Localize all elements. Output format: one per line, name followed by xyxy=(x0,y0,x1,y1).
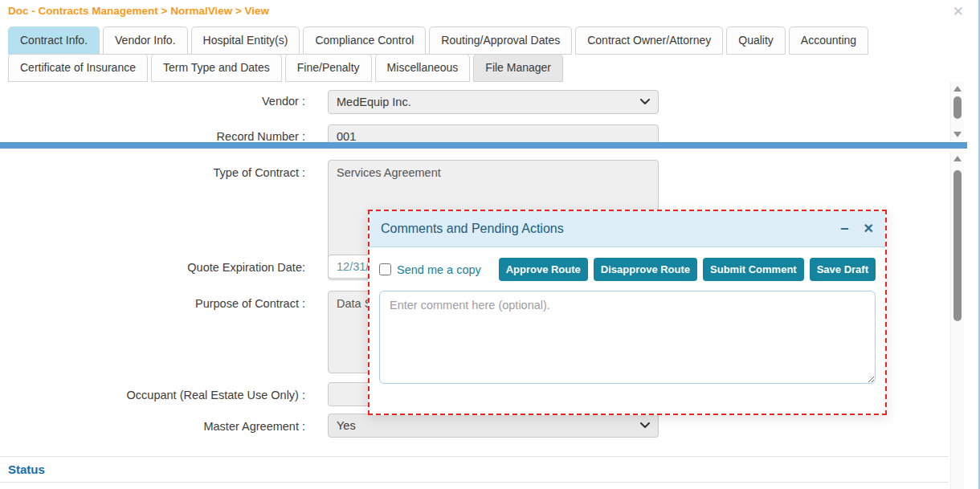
window-close-icon[interactable]: ✕ xyxy=(953,5,964,18)
send-me-a-copy-option: Send me a copy xyxy=(379,263,499,276)
send-me-a-copy-checkbox[interactable] xyxy=(379,263,391,275)
lower-scrollbar-thumb[interactable] xyxy=(953,170,962,321)
approve-route-button[interactable]: Approve Route xyxy=(499,258,588,281)
scroll-up-arrow-icon[interactable] xyxy=(953,156,962,161)
tab-term-type-and-dates[interactable]: Term Type and Dates xyxy=(151,54,282,82)
upper-scrollbar[interactable] xyxy=(950,82,964,141)
send-me-a-copy-label: Send me a copy xyxy=(397,263,481,276)
breadcrumb: Doc - Contracts Management > NormalView … xyxy=(8,5,269,17)
tab-hospital-entity[interactable]: Hospital Entity(s) xyxy=(191,26,300,55)
type-of-contract-label: Type of Contract : xyxy=(0,166,305,179)
scroll-down-arrow-icon[interactable] xyxy=(953,132,962,137)
tab-row-1: Contract Info. Vendor Info. Hospital Ent… xyxy=(8,26,868,55)
modal-title: Comments and Pending Actions xyxy=(381,222,826,236)
modal-button-group: Approve Route Disapprove Route Submit Co… xyxy=(499,258,876,281)
tab-quality[interactable]: Quality xyxy=(726,26,786,55)
lower-scrollbar[interactable] xyxy=(950,152,964,489)
quote-expiration-date-label: Quote Expiration Date: xyxy=(0,261,305,274)
tab-certificate-of-insurance[interactable]: Certificate of Insurance xyxy=(8,54,148,82)
modal-body: Send me a copy Approve Route Disapprove … xyxy=(370,247,885,394)
save-draft-button[interactable]: Save Draft xyxy=(810,258,876,281)
occupant-label: Occupant (Real Estate Use Only) : xyxy=(0,389,305,401)
modal-action-row: Send me a copy Approve Route Disapprove … xyxy=(379,258,876,281)
tab-row-2: Certificate of Insurance Term Type and D… xyxy=(8,54,563,82)
upper-form-panel: Vendor : MedEquip Inc. Record Number : xyxy=(0,80,950,142)
scroll-up-arrow-icon[interactable] xyxy=(953,86,962,92)
tab-compliance-control[interactable]: Compliance Control xyxy=(303,26,426,55)
comments-pending-actions-modal: Comments and Pending Actions − ✕ Send me… xyxy=(368,210,887,415)
vendor-select-value: MedEquip Inc. xyxy=(337,91,411,113)
chevron-down-icon xyxy=(640,99,650,105)
tab-contract-info[interactable]: Contract Info. xyxy=(8,26,100,55)
master-agreement-select-value: Yes xyxy=(337,414,356,437)
modal-header[interactable]: Comments and Pending Actions − ✕ xyxy=(370,211,885,247)
record-number-input[interactable] xyxy=(328,124,659,142)
tab-file-manager[interactable]: File Manager xyxy=(473,54,563,82)
panel-splitter[interactable] xyxy=(0,142,967,149)
tab-contract-owner-attorney[interactable]: Contract Owner/Attorney xyxy=(575,26,723,55)
upper-scrollbar-thumb[interactable] xyxy=(953,96,962,119)
close-icon[interactable]: ✕ xyxy=(864,222,874,235)
tab-miscellaneous[interactable]: Miscellaneous xyxy=(375,54,471,82)
contracts-management-window: Doc - Contracts Management > NormalView … xyxy=(0,0,980,489)
tab-fine-penalty[interactable]: Fine/Penalty xyxy=(285,54,372,82)
master-agreement-label: Master Agreement : xyxy=(0,420,305,433)
tab-routing-approval-dates[interactable]: Routing/Approval Dates xyxy=(429,26,572,55)
purpose-of-contract-label: Purpose of Contract : xyxy=(0,297,305,310)
tab-vendor-info[interactable]: Vendor Info. xyxy=(103,26,188,55)
minimize-icon[interactable]: − xyxy=(840,222,849,236)
comment-textarea[interactable] xyxy=(379,291,876,384)
status-divider-bottom xyxy=(0,482,949,483)
tab-accounting[interactable]: Accounting xyxy=(789,26,868,55)
chevron-down-icon xyxy=(640,422,650,429)
submit-comment-button[interactable]: Submit Comment xyxy=(703,258,804,281)
vendor-select[interactable]: MedEquip Inc. xyxy=(328,90,659,114)
master-agreement-select[interactable]: Yes xyxy=(328,414,659,438)
record-number-label: Record Number : xyxy=(0,130,305,142)
status-divider-top xyxy=(0,456,949,457)
disapprove-route-button[interactable]: Disapprove Route xyxy=(594,258,697,281)
vendor-label: Vendor : xyxy=(0,95,305,108)
status-section-heading: Status xyxy=(8,463,45,476)
